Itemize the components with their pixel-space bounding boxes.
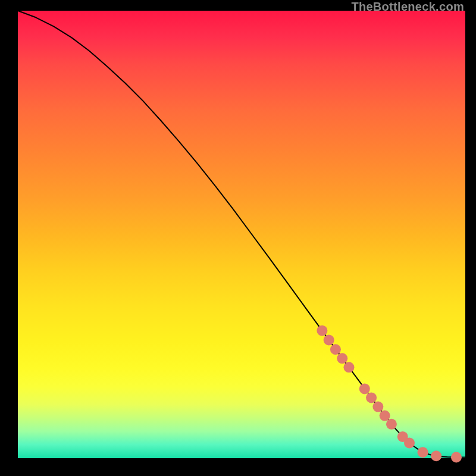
chart-stage: TheBottleneck.com <box>0 0 476 476</box>
data-marker <box>451 452 462 463</box>
data-marker <box>317 325 327 336</box>
data-marker <box>418 447 428 458</box>
curve-line <box>18 11 465 458</box>
data-marker <box>431 450 441 461</box>
data-marker <box>337 353 347 364</box>
data-marker <box>372 402 383 412</box>
curve-markers <box>317 325 462 463</box>
data-marker <box>359 383 370 394</box>
data-marker <box>324 334 334 345</box>
data-marker <box>386 419 397 430</box>
data-marker <box>343 362 354 372</box>
data-marker <box>366 392 377 403</box>
chart-svg <box>18 11 465 458</box>
plot-area <box>18 11 465 458</box>
data-marker <box>330 344 341 355</box>
data-marker <box>380 411 390 421</box>
data-marker <box>404 437 415 448</box>
